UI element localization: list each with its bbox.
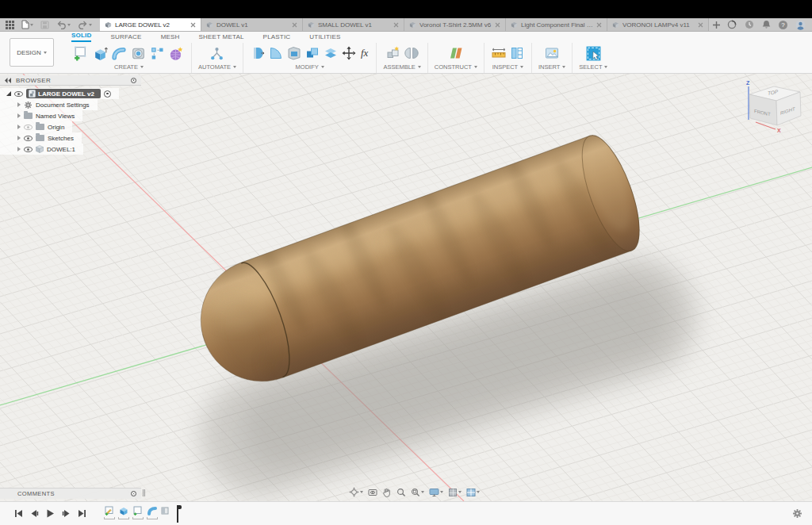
group-label-automate[interactable]: AUTOMATE: [198, 63, 236, 73]
tab-voronoi-tshirt[interactable]: Voronoi T-Shirt 2.5MM v6: [404, 18, 506, 31]
panel-grip-icon[interactable]: [131, 78, 136, 83]
browser-row-named-views[interactable]: Named Views: [0, 110, 82, 121]
play-icon[interactable]: [46, 509, 55, 518]
visibility-eye-icon[interactable]: [24, 125, 33, 130]
expand-arrow-icon[interactable]: [17, 147, 21, 151]
new-tab-button[interactable]: [709, 18, 723, 31]
timeline-sketch2-icon[interactable]: [132, 505, 144, 516]
root-selected-badge[interactable]: LARGE DOWEL v2: [26, 89, 101, 98]
group-label-modify[interactable]: MODIFY: [296, 63, 324, 73]
create-form-icon[interactable]: [168, 45, 185, 62]
timeline-form-icon[interactable]: [161, 505, 170, 516]
tab-voronoi-lamp[interactable]: VORONOI LAMPv4 v11: [607, 18, 709, 31]
collapse-panel-icon[interactable]: [5, 78, 11, 83]
move-icon[interactable]: [341, 45, 357, 61]
go-to-end-icon[interactable]: [78, 509, 86, 518]
tab-large-dowel-v2[interactable]: LARGE DOWEL v2: [100, 18, 201, 31]
close-icon[interactable]: [393, 22, 399, 28]
step-back-icon[interactable]: [30, 509, 39, 518]
orbit-icon[interactable]: [349, 487, 363, 497]
viewports-icon[interactable]: [466, 488, 480, 497]
ribbon-tab-solid[interactable]: SOLID: [71, 32, 91, 42]
zoom-icon[interactable]: [396, 488, 406, 497]
group-label-assemble[interactable]: ASSEMBLE: [383, 63, 420, 73]
press-pull-icon[interactable]: [250, 45, 266, 61]
sweep-icon[interactable]: [111, 45, 128, 62]
revolve-icon[interactable]: [130, 45, 147, 62]
settings-gear-icon[interactable]: [792, 508, 802, 519]
visibility-eye-icon[interactable]: [24, 136, 33, 141]
joint-icon[interactable]: [404, 45, 419, 61]
browser-root-row[interactable]: LARGE DOWEL v2: [0, 88, 119, 99]
ribbon-tab-mesh[interactable]: MESH: [161, 33, 180, 42]
active-component-radio[interactable]: [104, 90, 111, 98]
help-icon[interactable]: ?: [779, 21, 787, 29]
timeline-sweep-icon[interactable]: [147, 505, 158, 516]
panel-grip-icon[interactable]: [131, 491, 136, 496]
file-menu-icon[interactable]: [21, 20, 33, 29]
viewport-3d[interactable]: BROWSER LARGE DOWEL v2 Document Settin: [0, 74, 812, 501]
construction-plane-icon[interactable]: [448, 45, 464, 61]
fillet-icon[interactable]: [268, 45, 284, 61]
shell-icon[interactable]: [286, 45, 302, 61]
browser-row-document-settings[interactable]: Document Settings: [0, 99, 98, 110]
expand-arrow-icon[interactable]: [17, 102, 21, 107]
ribbon-tab-utilities[interactable]: UTILITIES: [309, 33, 340, 42]
step-forward-icon[interactable]: [62, 509, 71, 518]
browser-row-origin[interactable]: Origin: [0, 121, 72, 132]
tab-dowel-v1[interactable]: DOWEL v1: [201, 18, 303, 31]
group-label-select[interactable]: SELECT: [579, 63, 607, 73]
pan-hand-icon[interactable]: [382, 488, 392, 497]
new-component-icon[interactable]: [385, 45, 401, 61]
grid-display-icon[interactable]: [448, 488, 462, 497]
visibility-eye-icon[interactable]: [24, 147, 33, 152]
zoom-window-icon[interactable]: [411, 488, 424, 497]
extrude-icon[interactable]: [92, 45, 109, 62]
tab-light-component[interactable]: Light Component Final v12: [506, 18, 607, 31]
section-analysis-icon[interactable]: [509, 45, 525, 61]
notifications-bell-icon[interactable]: [762, 20, 771, 29]
tab-small-dowel-v1[interactable]: SMALL DOWEL v1: [303, 18, 404, 31]
group-label-create[interactable]: CREATE: [114, 63, 144, 73]
redo-icon[interactable]: [78, 21, 92, 29]
view-cube[interactable]: Z TOP FRONT RIGHT X: [730, 77, 809, 144]
undo-icon[interactable]: [56, 21, 71, 29]
expand-arrow-icon[interactable]: [17, 113, 21, 118]
job-status-icon[interactable]: [727, 20, 737, 29]
expand-arrow-icon[interactable]: [17, 136, 21, 140]
browser-row-dowel-body[interactable]: DOWEL:1: [0, 144, 83, 155]
expand-arrow-icon[interactable]: [6, 91, 11, 96]
group-label-construct[interactable]: CONSTRUCT: [435, 63, 477, 73]
insert-image-icon[interactable]: [544, 45, 560, 61]
select-icon[interactable]: [585, 45, 602, 62]
timeline-extrude-icon[interactable]: [118, 505, 129, 516]
recent-clock-icon[interactable]: [745, 20, 754, 29]
look-at-icon[interactable]: [368, 488, 377, 497]
change-parameters-icon[interactable]: fx: [359, 47, 370, 59]
close-icon[interactable]: [596, 22, 602, 28]
ribbon-tab-plastic[interactable]: PLASTIC: [263, 33, 291, 42]
create-sketch-icon[interactable]: [73, 45, 90, 62]
expand-arrow-icon[interactable]: [17, 125, 21, 129]
ribbon-tab-surface[interactable]: SURFACE: [110, 33, 141, 42]
automate-icon[interactable]: [209, 45, 225, 62]
comments-bar[interactable]: COMMENTS: [0, 488, 141, 499]
workspace-selector[interactable]: DESIGN: [10, 38, 54, 67]
timeline-sketch1-icon[interactable]: [104, 505, 115, 516]
group-label-inspect[interactable]: INSPECT: [492, 63, 524, 73]
close-icon[interactable]: [698, 22, 703, 28]
comments-expand-handle[interactable]: [143, 489, 145, 496]
save-icon[interactable]: [40, 21, 49, 29]
browser-row-sketches[interactable]: Sketches: [0, 132, 82, 144]
split-body-icon[interactable]: [323, 45, 339, 61]
close-icon[interactable]: [292, 22, 297, 28]
close-icon[interactable]: [495, 22, 500, 28]
ribbon-tab-sheet-metal[interactable]: SHEET METAL: [199, 33, 244, 42]
display-settings-icon[interactable]: [429, 488, 443, 497]
app-grid-menu-icon[interactable]: [6, 21, 14, 29]
go-to-start-icon[interactable]: [14, 509, 23, 518]
measure-icon[interactable]: [491, 45, 507, 61]
group-label-insert[interactable]: INSERT: [538, 63, 565, 73]
close-icon[interactable]: [190, 22, 196, 28]
pattern-icon[interactable]: [149, 45, 166, 62]
